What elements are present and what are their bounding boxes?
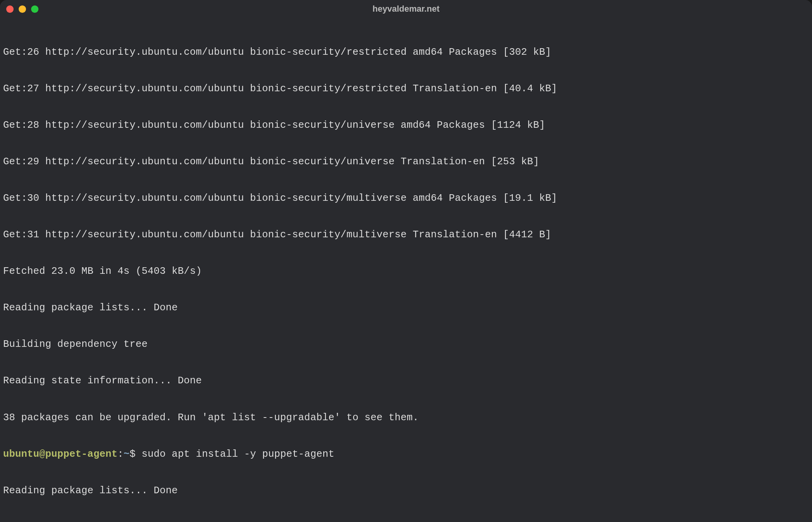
prompt-user: ubuntu: [3, 449, 39, 460]
output-line: Get:31 http://security.ubuntu.com/ubuntu…: [3, 229, 809, 241]
output-line: Get:29 http://security.ubuntu.com/ubuntu…: [3, 156, 809, 168]
maximize-icon[interactable]: [31, 5, 38, 13]
prompt-at: @: [39, 449, 45, 460]
output-line: 38 packages can be upgraded. Run 'apt li…: [3, 412, 809, 424]
command-text: sudo apt install -y puppet-agent: [136, 449, 335, 460]
terminal-body[interactable]: Get:26 http://security.ubuntu.com/ubuntu…: [0, 18, 812, 522]
prompt-line: ubuntu@puppet-agent:~$ sudo apt install …: [3, 448, 809, 460]
traffic-lights: [6, 5, 38, 13]
output-line: Reading state information... Done: [3, 375, 809, 387]
output-line: Reading package lists... Done: [3, 302, 809, 314]
titlebar: heyvaldemar.net: [0, 0, 812, 18]
prompt-path: ~: [124, 449, 130, 460]
prompt-host: puppet-agent: [45, 449, 118, 460]
output-line: Get:28 http://security.ubuntu.com/ubuntu…: [3, 119, 809, 131]
output-line: Get:26 http://security.ubuntu.com/ubuntu…: [3, 46, 809, 58]
terminal-window: heyvaldemar.net Get:26 http://security.u…: [0, 0, 812, 522]
output-line: Reading package lists... Done: [3, 485, 809, 497]
output-line: Get:30 http://security.ubuntu.com/ubuntu…: [3, 192, 809, 204]
window-title: heyvaldemar.net: [373, 4, 439, 14]
minimize-icon[interactable]: [19, 5, 26, 13]
prompt-dollar: $: [130, 449, 136, 460]
output-line: Building dependency tree: [3, 338, 809, 350]
output-line: Fetched 23.0 MB in 4s (5403 kB/s): [3, 265, 809, 277]
prompt-colon: :: [118, 449, 124, 460]
output-line: Get:27 http://security.ubuntu.com/ubuntu…: [3, 83, 809, 95]
close-icon[interactable]: [6, 5, 14, 13]
